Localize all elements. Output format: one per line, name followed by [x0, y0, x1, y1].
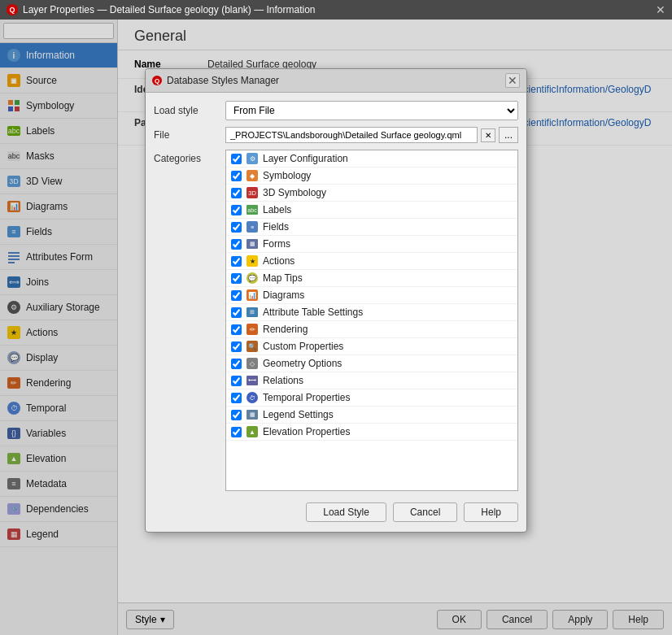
cat-label-diagrams: Diagrams: [263, 289, 304, 301]
cat-checkbox-temporal-properties[interactable]: [231, 393, 242, 403]
category-layer-configuration: ⚙ Layer Configuration: [226, 150, 517, 167]
cat-checkbox-layer-configuration[interactable]: [231, 154, 242, 164]
temporal-properties-icon: ⏱: [247, 392, 258, 403]
app-icon: Q: [7, 4, 18, 15]
category-actions: ★ Actions: [226, 253, 517, 270]
cat-label-3d-symbology: 3D Symbology: [263, 187, 326, 198]
forms-cat-icon: ▦: [247, 239, 258, 249]
load-style-label: Load style: [154, 105, 219, 116]
legend-settings-icon: ▦: [247, 410, 258, 420]
map-tips-cat-icon: 💬: [247, 272, 258, 284]
cat-checkbox-3d-symbology[interactable]: [231, 188, 242, 198]
layer-configuration-icon: ⚙: [247, 153, 258, 164]
geometry-options-icon: ◇: [247, 358, 258, 369]
category-geometry-options: ◇ Geometry Options: [226, 355, 517, 372]
title-bar: Q Layer Properties — Detailed Surface ge…: [0, 0, 672, 20]
load-style-row: Load style From File: [154, 101, 518, 120]
fields-cat-icon: ≡: [247, 221, 258, 233]
file-row: File ✕ ...: [154, 127, 518, 143]
symbology-cat-icon: ◆: [247, 170, 258, 181]
category-rendering: ✏ Rendering: [226, 321, 517, 338]
file-input[interactable]: [225, 127, 478, 143]
cat-checkbox-elevation-properties[interactable]: [231, 427, 242, 437]
diagrams-cat-icon: 📊: [247, 289, 258, 301]
category-symbology: ◆ Symbology: [226, 167, 517, 185]
cat-label-custom-properties: Custom Properties: [263, 341, 343, 352]
modal-overlay: Q Database Styles Manager ✕ Load style F…: [0, 20, 672, 635]
cat-checkbox-forms[interactable]: [231, 239, 242, 250]
file-input-area: ✕ ...: [225, 127, 518, 143]
actions-cat-icon: ★: [247, 255, 258, 267]
3d-symbology-icon: 3D: [247, 187, 258, 198]
cat-checkbox-attribute-table-settings[interactable]: [231, 307, 242, 318]
cat-label-fields: Fields: [263, 221, 289, 233]
dialog-title: Database Styles Manager: [167, 75, 279, 86]
cat-checkbox-rendering[interactable]: [231, 324, 242, 335]
cat-checkbox-custom-properties[interactable]: [231, 341, 242, 352]
category-3d-symbology: 3D 3D Symbology: [226, 185, 517, 202]
category-map-tips: 💬 Map Tips: [226, 270, 517, 287]
category-legend-settings: ▦ Legend Settings: [226, 407, 517, 424]
categories-container: Categories ⚙ Layer Configuration ◆ Symbo…: [154, 150, 518, 491]
cat-checkbox-fields[interactable]: [231, 222, 242, 233]
dialog-help-button[interactable]: Help: [464, 502, 518, 522]
category-relations: ⟷ Relations: [226, 372, 517, 389]
cat-label-map-tips: Map Tips: [263, 272, 303, 284]
cat-label-legend-settings: Legend Settings: [263, 409, 334, 420]
cat-label-actions: Actions: [263, 255, 295, 267]
cat-label-geometry-options: Geometry Options: [263, 358, 342, 369]
elevation-properties-icon: ▲: [247, 426, 258, 437]
title-bar-left: Q Layer Properties — Detailed Surface ge…: [7, 4, 316, 15]
labels-cat-icon: abc: [247, 205, 258, 215]
file-label: File: [154, 129, 219, 141]
cat-checkbox-symbology[interactable]: [231, 171, 242, 181]
cat-checkbox-geometry-options[interactable]: [231, 359, 242, 369]
dialog-body: Load style From File File ✕ ... Categori…: [146, 93, 526, 532]
cat-label-layer-configuration: Layer Configuration: [263, 153, 348, 164]
relations-cat-icon: ⟷: [247, 376, 258, 385]
file-browse-button[interactable]: ...: [499, 127, 518, 143]
cat-label-labels: Labels: [263, 204, 291, 215]
cat-checkbox-labels[interactable]: [231, 205, 242, 215]
category-custom-properties: 🔍 Custom Properties: [226, 338, 517, 355]
load-style-select[interactable]: From File: [225, 101, 518, 120]
dialog-titlebar: Q Database Styles Manager ✕: [146, 69, 526, 93]
cat-checkbox-relations[interactable]: [231, 376, 242, 386]
category-diagrams: 📊 Diagrams: [226, 287, 517, 304]
cat-label-temporal-properties: Temporal Properties: [263, 392, 350, 403]
category-labels: abc Labels: [226, 202, 517, 219]
cat-label-symbology: Symbology: [263, 170, 311, 181]
categories-list: ⚙ Layer Configuration ◆ Symbology 3D 3D …: [225, 150, 518, 491]
cat-label-forms: Forms: [263, 238, 290, 250]
categories-label: Categories: [154, 150, 219, 491]
category-fields: ≡ Fields: [226, 219, 517, 236]
db-styles-dialog: Q Database Styles Manager ✕ Load style F…: [145, 68, 527, 533]
file-clear-button[interactable]: ✕: [481, 128, 495, 142]
cat-checkbox-legend-settings[interactable]: [231, 410, 242, 420]
dialog-close-button[interactable]: ✕: [505, 73, 520, 88]
cat-checkbox-diagrams[interactable]: [231, 290, 242, 301]
category-elevation-properties: ▲ Elevation Properties: [226, 424, 517, 441]
close-icon[interactable]: ✕: [656, 3, 665, 16]
dialog-cancel-button[interactable]: Cancel: [393, 502, 457, 522]
load-style-button[interactable]: Load Style: [306, 502, 386, 522]
custom-properties-icon: 🔍: [247, 341, 258, 352]
category-forms: ▦ Forms: [226, 236, 517, 253]
dialog-action-buttons: Load Style Cancel Help: [154, 498, 518, 524]
window-title: Layer Properties — Detailed Surface geol…: [23, 4, 316, 15]
category-attribute-table-settings: ⊞ Attribute Table Settings: [226, 304, 517, 321]
category-temporal-properties: ⏱ Temporal Properties: [226, 389, 517, 407]
cat-label-attribute-table-settings: Attribute Table Settings: [263, 307, 363, 318]
cat-checkbox-map-tips[interactable]: [231, 273, 242, 284]
cat-label-relations: Relations: [263, 375, 303, 386]
cat-checkbox-actions[interactable]: [231, 256, 242, 267]
cat-label-elevation-properties: Elevation Properties: [263, 426, 350, 437]
rendering-cat-icon: ✏: [247, 324, 258, 335]
attribute-table-settings-icon: ⊞: [247, 307, 258, 317]
dialog-q-icon: Q: [152, 76, 162, 85]
cat-label-rendering: Rendering: [263, 324, 308, 335]
